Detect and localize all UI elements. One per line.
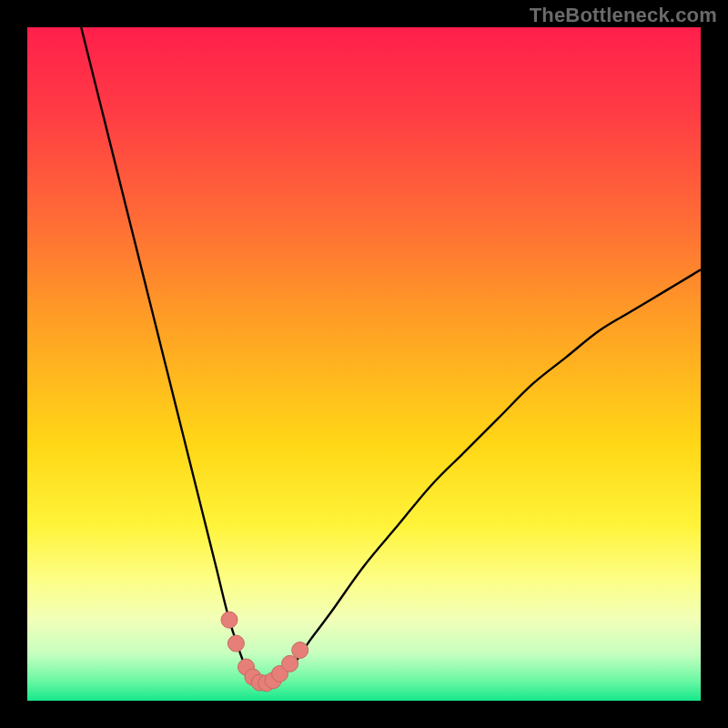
plot-area — [27, 27, 701, 701]
curve-marker — [221, 612, 238, 628]
chart-frame: TheBottleneck.com — [0, 0, 728, 728]
curve-marker — [282, 655, 298, 672]
curve-marker — [228, 635, 244, 652]
curve-marker — [292, 642, 308, 659]
watermark-text: TheBottleneck.com — [530, 4, 717, 27]
bottleneck-curve — [27, 27, 701, 701]
